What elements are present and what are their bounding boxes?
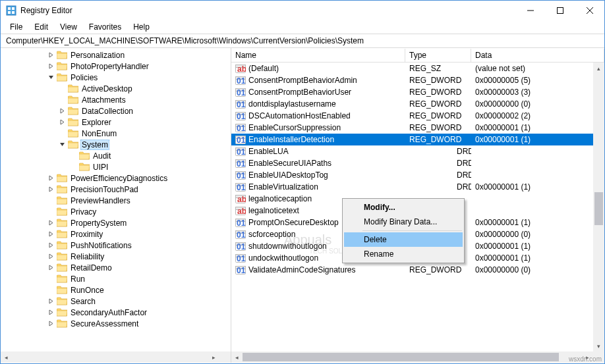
- tree-item[interactable]: Explorer: [1, 117, 231, 128]
- list-row[interactable]: 011DSCAutomationHostEnabledREG_DWORD0x00…: [231, 110, 604, 122]
- expand-icon[interactable]: [45, 265, 56, 271]
- tree-item[interactable]: SecondaryAuthFactor: [1, 307, 231, 318]
- tree-item[interactable]: RetailDemo: [1, 262, 231, 273]
- expand-icon[interactable]: [45, 298, 56, 304]
- tree-view[interactable]: PersonalizationPhotoPropertyHandlerPolic…: [1, 48, 231, 351]
- folder-icon: [56, 263, 67, 273]
- scroll-left-icon[interactable]: ◂: [231, 351, 243, 363]
- expand-icon[interactable]: [57, 142, 67, 147]
- ctx-modify-binary[interactable]: Modify Binary Data...: [344, 215, 463, 229]
- expand-icon[interactable]: [45, 175, 56, 181]
- list-row[interactable]: 011EnableLUADRD: [231, 145, 604, 157]
- tree-item[interactable]: Run: [1, 273, 231, 284]
- svg-text:011: 011: [237, 147, 246, 157]
- folder-icon: [56, 196, 67, 205]
- expand-icon[interactable]: [57, 108, 67, 114]
- folder-icon: [56, 297, 67, 306]
- expand-icon[interactable]: [45, 63, 56, 69]
- tree-item[interactable]: ActiveDesktop: [1, 83, 231, 94]
- tree-item[interactable]: Audit: [1, 150, 231, 161]
- ctx-modify[interactable]: Modify...: [344, 200, 463, 215]
- list-row[interactable]: 011EnableInstallerDetectionREG_DWORD0x00…: [231, 134, 604, 145]
- tree-item[interactable]: PreviewHandlers: [1, 195, 231, 206]
- value-data: 0x00000001 (1): [471, 253, 604, 263]
- tree-label: System: [80, 140, 109, 150]
- tree-item[interactable]: System: [1, 139, 231, 150]
- dword-value-icon: 011: [235, 241, 246, 251]
- list-row[interactable]: 011dontdisplaylastusernameREG_DWORD0x000…: [231, 98, 604, 110]
- tree-item[interactable]: Attachments: [1, 94, 231, 105]
- ctx-rename[interactable]: Rename: [344, 247, 463, 261]
- svg-text:011: 011: [237, 124, 246, 133]
- ctx-delete[interactable]: Delete: [344, 232, 463, 247]
- tree-item[interactable]: PhotoPropertyHandler: [1, 61, 231, 72]
- address-bar[interactable]: Computer\HKEY_LOCAL_MACHINE\SOFTWARE\Mic…: [1, 34, 604, 48]
- tree-item[interactable]: PrecisionTouchPad: [1, 184, 231, 195]
- svg-text:011: 011: [237, 88, 246, 97]
- scroll-left-icon[interactable]: ◂: [1, 351, 12, 363]
- list-row[interactable]: 011ConsentPromptBehaviorAdminREG_DWORD0x…: [231, 74, 604, 86]
- maximize-button[interactable]: [545, 1, 575, 20]
- folder-icon: [56, 274, 67, 284]
- tree-hscrollbar[interactable]: ◂ ▸: [1, 351, 219, 363]
- menu-edit[interactable]: Edit: [29, 21, 53, 33]
- scroll-down-icon[interactable]: ▾: [593, 340, 604, 351]
- scroll-thumb[interactable]: [243, 353, 559, 361]
- expand-icon[interactable]: [45, 220, 56, 226]
- expand-icon[interactable]: [45, 321, 56, 326]
- list-row[interactable]: ab(Default)REG_SZ(value not set): [231, 63, 604, 74]
- menu-file[interactable]: File: [5, 21, 28, 33]
- tree-item[interactable]: Proximity: [1, 228, 231, 240]
- column-data[interactable]: Data: [471, 49, 604, 62]
- dword-value-icon: 011: [235, 99, 246, 109]
- tree-item[interactable]: PowerEfficiencyDiagnostics: [1, 172, 231, 184]
- tree-item[interactable]: PropertySystem: [1, 217, 231, 228]
- tree-item[interactable]: PushNotifications: [1, 240, 231, 251]
- value-data: 0x00000001 (1): [471, 182, 604, 192]
- list-row[interactable]: 011ValidateAdminCodeSignaturesREG_DWORD0…: [231, 264, 604, 276]
- folder-icon: [56, 319, 67, 328]
- list-row[interactable]: 011EnableUIADesktopTogDRD: [231, 169, 604, 181]
- expand-icon[interactable]: [45, 309, 56, 315]
- expand-icon[interactable]: [45, 74, 56, 80]
- expand-icon[interactable]: [57, 119, 67, 125]
- menu-favorites[interactable]: Favorites: [84, 21, 127, 33]
- expand-icon[interactable]: [45, 231, 56, 237]
- tree-item[interactable]: Search: [1, 296, 231, 307]
- tree-item[interactable]: RunOnce: [1, 284, 231, 296]
- tree-item[interactable]: Reliability: [1, 251, 231, 262]
- scroll-right-icon[interactable]: ▸: [208, 351, 219, 363]
- scroll-thumb[interactable]: [594, 192, 603, 225]
- footer-credit: wsxdn.com: [569, 355, 602, 363]
- list-row[interactable]: 011EnableCursorSuppressionREG_DWORD0x000…: [231, 122, 604, 134]
- tree-item[interactable]: Privacy: [1, 206, 231, 217]
- menu-view[interactable]: View: [55, 21, 82, 33]
- value-name: legalnoticecaption: [248, 194, 312, 203]
- tree-item[interactable]: UIPI: [1, 161, 231, 172]
- expand-icon[interactable]: [45, 253, 56, 259]
- value-data: 0x00000001 (1): [471, 242, 604, 251]
- value-name: (Default): [248, 64, 279, 73]
- list-vscrollbar[interactable]: ▴ ▾: [593, 63, 604, 351]
- expand-icon[interactable]: [45, 242, 56, 248]
- tree-item[interactable]: SecureAssessment: [1, 318, 231, 329]
- list-hscrollbar[interactable]: ◂ ▸: [231, 351, 593, 363]
- tree-item[interactable]: DataCollection: [1, 105, 231, 117]
- context-menu: Modify... Modify Binary Data... Delete R…: [342, 198, 465, 263]
- list-row[interactable]: 011EnableVirtualizationDRD0x00000001 (1): [231, 181, 604, 193]
- folder-icon: [67, 95, 78, 105]
- column-type[interactable]: Type: [405, 49, 471, 62]
- column-name[interactable]: Name: [231, 49, 405, 62]
- tree-item[interactable]: Personalization: [1, 49, 231, 61]
- expand-icon[interactable]: [45, 52, 56, 58]
- minimize-button[interactable]: [515, 1, 545, 20]
- menu-help[interactable]: Help: [128, 21, 155, 33]
- list-row[interactable]: 011ConsentPromptBehaviorUserREG_DWORD0x0…: [231, 86, 604, 98]
- tree-item[interactable]: Policies: [1, 72, 231, 83]
- folder-icon: [56, 207, 67, 217]
- expand-icon[interactable]: [45, 186, 56, 192]
- list-row[interactable]: 011EnableSecureUIAPathsDRD: [231, 157, 604, 169]
- tree-item[interactable]: NonEnum: [1, 128, 231, 139]
- scroll-up-icon[interactable]: ▴: [593, 63, 604, 74]
- close-button[interactable]: [575, 1, 604, 20]
